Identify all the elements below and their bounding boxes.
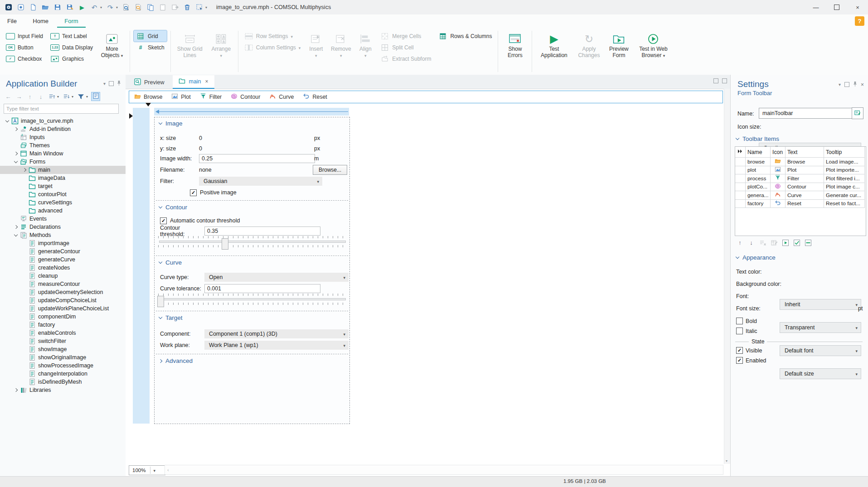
item-text-cell[interactable]: Contour xyxy=(786,183,824,192)
move-up-icon[interactable]: ↑ xyxy=(26,93,34,100)
tab-home[interactable]: Home xyxy=(25,14,56,27)
expand-icon[interactable] xyxy=(23,168,26,172)
grid-row-highlight[interactable] xyxy=(154,108,349,116)
item-text-cell[interactable]: Browse xyxy=(786,158,824,166)
row-select-cell[interactable] xyxy=(735,191,746,200)
button-object-button[interactable]: OKButton xyxy=(4,42,45,53)
rows-columns-button[interactable]: Rows & Columns xyxy=(436,30,494,42)
table-corner[interactable] xyxy=(735,147,746,158)
form-toolbar-button-contour[interactable]: Contour xyxy=(231,93,260,101)
test-application-button[interactable]: ▶ Test Application xyxy=(536,30,572,59)
input-field-button[interactable]: Input Field xyxy=(4,30,45,42)
save-icon[interactable] xyxy=(53,3,62,11)
tree-item-main-window[interactable]: Main Window xyxy=(0,149,126,158)
test-in-web-browser-button[interactable]: Test in Web Browser xyxy=(635,30,672,59)
item-text-cell[interactable]: Reset xyxy=(786,200,824,208)
tree-item-showimage[interactable]: showImage xyxy=(0,345,126,353)
item-name-cell[interactable]: plotCo... xyxy=(746,183,771,192)
item-tooltip-cell[interactable]: Reset to fact... xyxy=(824,200,865,208)
tree-item-updateworkplanechoicelist[interactable]: updateWorkPlaneChoiceList xyxy=(0,304,126,313)
tree-item-advanced[interactable]: advanced xyxy=(0,207,126,215)
curve-tolerance-slider[interactable] xyxy=(158,294,347,309)
curve-tolerance-input[interactable]: 0.001 xyxy=(204,284,320,293)
browse-file-button[interactable]: Browse... xyxy=(313,165,347,175)
tab-preview[interactable]: Preview xyxy=(128,76,170,89)
form-toolbar-button-curve[interactable]: Curve xyxy=(269,93,294,101)
item-text-cell[interactable]: Plot xyxy=(786,166,824,175)
item-icon-cell[interactable] xyxy=(771,183,786,192)
work-plane-combo[interactable]: Work Plane 1 (wp1) xyxy=(204,341,349,350)
tree-filter-icon[interactable] xyxy=(77,93,84,100)
bold-checkbox[interactable] xyxy=(736,318,743,324)
customize-toolbar-icon[interactable]: ▾ xyxy=(205,5,207,10)
tree-item-add-in-definition[interactable]: Add-in Definition xyxy=(0,125,126,133)
collapse-icon[interactable] xyxy=(14,159,18,163)
tree-item-image-to-curve-mph[interactable]: image_to_curve.mph xyxy=(0,117,126,125)
tab-file[interactable]: File xyxy=(0,14,24,27)
caret-down-icon[interactable]: ▾ xyxy=(103,81,106,86)
row-select-cell[interactable] xyxy=(735,200,746,208)
item-icon-cell[interactable] xyxy=(771,174,786,183)
section-appearance[interactable]: Appearance xyxy=(736,254,776,261)
contour-threshold-slider[interactable] xyxy=(158,236,347,251)
tree-item-showprocessedimage[interactable]: showProcessedImage xyxy=(0,362,126,370)
form-toolbar-button-plot[interactable]: Plot xyxy=(171,93,190,101)
tree-item-measurecontour[interactable]: measureContour xyxy=(0,280,126,288)
tree-item-inputs[interactable]: Inputs xyxy=(0,133,126,141)
row-select-cell[interactable] xyxy=(735,183,746,192)
tree-item-componentdim[interactable]: componentDim xyxy=(0,313,126,321)
tree-item-isdefinedbymesh[interactable]: isDefinedByMesh xyxy=(0,378,126,386)
item-tooltip-cell[interactable]: Load image... xyxy=(824,158,865,166)
add-separator-item-icon[interactable] xyxy=(804,239,812,246)
minimize-button[interactable]: — xyxy=(805,0,826,14)
item-name-cell[interactable]: process xyxy=(746,174,771,183)
grid-column-highlight[interactable] xyxy=(133,108,150,424)
visible-checkbox[interactable]: ✓ xyxy=(736,347,743,354)
move-down-icon[interactable]: ↓ xyxy=(747,239,755,246)
checkbox-object-button[interactable]: ✓Checkbox xyxy=(4,53,45,64)
column-header-icon[interactable]: Icon xyxy=(771,147,786,158)
pin-icon[interactable] xyxy=(853,81,857,88)
tree-item-declarations[interactable]: Declarations xyxy=(0,223,126,231)
sketch-mode-button[interactable]: #Sketch xyxy=(134,42,167,53)
filter-combo[interactable]: Gaussian xyxy=(199,177,322,186)
expand-icon[interactable] xyxy=(14,225,18,229)
item-text-cell[interactable]: Curve xyxy=(786,191,824,200)
row-select-cell[interactable] xyxy=(735,174,746,183)
forward-icon[interactable]: → xyxy=(15,93,23,100)
slider-thumb[interactable] xyxy=(157,296,164,307)
save-as-icon[interactable] xyxy=(66,3,74,11)
caret-down-icon[interactable]: ▾ xyxy=(116,5,118,10)
caret-down-icon[interactable]: ▾ xyxy=(839,82,841,87)
section-curve[interactable]: Curve xyxy=(159,259,182,266)
item-icon-cell[interactable] xyxy=(771,166,786,175)
edit-row-icon[interactable] xyxy=(770,239,778,246)
text-label-button[interactable]: TText Label xyxy=(48,30,95,42)
add-item-icon[interactable] xyxy=(781,239,789,246)
item-name-cell[interactable]: factory xyxy=(746,200,771,208)
tree-item-main[interactable]: main xyxy=(0,166,126,174)
show-in-editor-toggle[interactable] xyxy=(92,92,100,101)
item-tooltip-cell[interactable]: Plot image c... xyxy=(824,183,865,192)
maximize-button[interactable] xyxy=(826,0,847,14)
form-toolbar-button-filter[interactable]: Filter xyxy=(200,93,222,101)
tab-main[interactable]: main × xyxy=(173,75,214,89)
tree-item-events[interactable]: Events xyxy=(0,215,126,223)
add-toggle-item-icon[interactable] xyxy=(793,239,800,246)
component-combo[interactable]: Component 1 (comp1) (3D) xyxy=(204,329,349,338)
row-settings-button[interactable]: Row Settings xyxy=(242,30,303,42)
model-manager-icon[interactable] xyxy=(17,3,25,11)
section-advanced[interactable]: Advanced xyxy=(159,357,193,364)
name-input[interactable]: mainToolbar xyxy=(759,108,853,119)
caret-down-icon[interactable]: ▾ xyxy=(72,95,73,99)
form-canvas[interactable]: Image x: size0px y: size0px Image width:… xyxy=(154,117,350,424)
curve-type-combo[interactable]: Open xyxy=(204,273,349,282)
paste-icon[interactable] xyxy=(159,3,167,11)
remove-button[interactable]: Remove xyxy=(329,30,353,59)
tree-item-imagedata[interactable]: imageData xyxy=(0,174,126,182)
row-select-cell[interactable] xyxy=(735,158,746,166)
section-toolbar-items[interactable]: Toolbar Items xyxy=(736,135,779,142)
contour-threshold-input[interactable]: 0.35 xyxy=(204,227,320,236)
tree-item-switchfilter[interactable]: switchFilter xyxy=(0,337,126,345)
maximize-editor-icon[interactable] xyxy=(722,78,727,83)
